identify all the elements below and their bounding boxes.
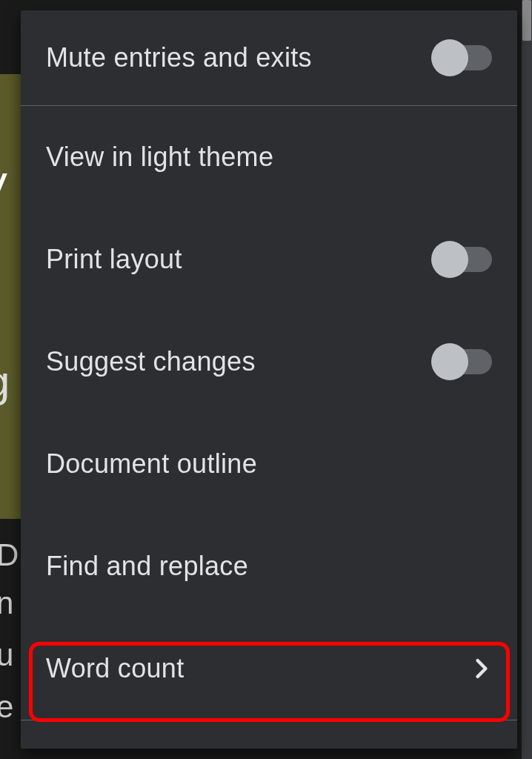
menu-item-find-replace[interactable]: Find and replace bbox=[21, 515, 517, 617]
toggle-mute-entries-exits[interactable] bbox=[434, 45, 492, 70]
bg-text-fragment: V bbox=[0, 163, 7, 214]
bg-text-fragment: n bbox=[0, 586, 13, 621]
menu-item-label: View in light theme bbox=[46, 142, 273, 173]
menu-item-label: Print layout bbox=[46, 244, 182, 275]
menu-item-label: Find and replace bbox=[46, 551, 248, 582]
toggle-print-layout[interactable] bbox=[434, 247, 492, 272]
toggle-thumb bbox=[431, 241, 468, 278]
menu-item-view-light-theme[interactable]: View in light theme bbox=[21, 106, 517, 208]
menu-item-label: Suggest changes bbox=[46, 346, 256, 377]
menu-item-label: Word count bbox=[46, 653, 184, 684]
toggle-thumb bbox=[431, 343, 468, 380]
scrollbar-track[interactable] bbox=[522, 0, 532, 759]
menu-item-print-layout[interactable]: Print layout bbox=[21, 208, 517, 311]
chevron-right-icon bbox=[471, 658, 492, 679]
toggle-thumb bbox=[431, 39, 468, 76]
bg-colored-region bbox=[0, 74, 22, 519]
toggle-suggest-changes[interactable] bbox=[434, 349, 492, 374]
options-menu: Mute entries and exits View in light the… bbox=[21, 10, 517, 749]
bg-text-fragment: e bbox=[0, 689, 13, 725]
menu-item-label: Mute entries and exits bbox=[46, 42, 312, 73]
menu-item-document-outline[interactable]: Document outline bbox=[21, 413, 517, 515]
menu-divider bbox=[21, 720, 517, 720]
menu-item-mute-entries-exits[interactable]: Mute entries and exits bbox=[21, 10, 517, 105]
menu-item-word-count[interactable]: Word count bbox=[21, 617, 517, 720]
bg-text-fragment: u bbox=[0, 637, 13, 673]
menu-item-label: Document outline bbox=[46, 448, 257, 480]
bg-text-fragment: g bbox=[0, 356, 10, 407]
scrollbar-thumb[interactable] bbox=[522, 0, 531, 41]
bg-text-fragment: D bbox=[0, 537, 19, 573]
menu-item-suggest-changes[interactable]: Suggest changes bbox=[21, 311, 517, 413]
